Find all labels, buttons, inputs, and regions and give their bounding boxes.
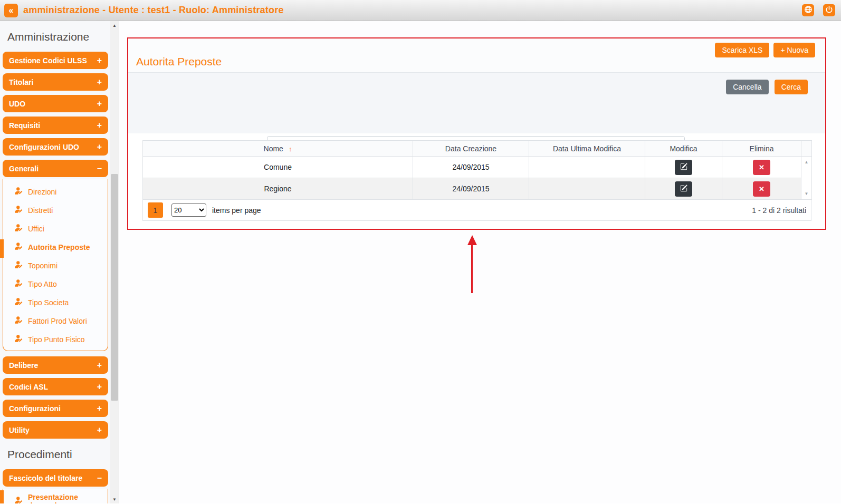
pagination-bar: 1 20 items per page 1 - 2 di 2 risultati bbox=[142, 200, 811, 221]
sidebar-item-generali[interactable]: Generali − bbox=[3, 160, 108, 177]
user-edit-icon bbox=[15, 335, 23, 344]
table-header-row: Nome↑ Data Creazione Data Ultima Modific… bbox=[143, 141, 812, 157]
plus-icon: + bbox=[97, 99, 102, 109]
minus-icon: − bbox=[97, 473, 102, 483]
scroll-down-icon[interactable]: ▼ bbox=[805, 191, 809, 196]
plus-icon: + bbox=[97, 142, 102, 152]
cell-modifica bbox=[645, 157, 722, 178]
cell-modifica bbox=[645, 178, 722, 200]
cell-data-ultima-modifica bbox=[529, 157, 645, 178]
plus-icon: + bbox=[97, 77, 102, 87]
sidebar-item-tipo-atto[interactable]: Tipo Atto bbox=[3, 275, 108, 293]
panel-header: Autorita Preposte Scarica XLS + Nuova bbox=[128, 38, 825, 73]
fascicolo-submenu: Presentazione domande bbox=[3, 489, 108, 503]
user-edit-icon bbox=[15, 497, 23, 503]
scrollbar-thumb[interactable] bbox=[111, 174, 118, 401]
sidebar: Amministrazione Gestione Codici ULSS + T… bbox=[0, 21, 119, 503]
user-edit-icon bbox=[15, 187, 23, 196]
sidebar-item-uffici[interactable]: Uffici bbox=[3, 219, 108, 238]
scroll-up-icon[interactable]: ▲ bbox=[805, 160, 809, 164]
topbar: « amministrazione - Utente : test1 - Ruo… bbox=[0, 0, 841, 21]
user-edit-icon bbox=[15, 316, 23, 325]
plus-icon: + bbox=[97, 382, 102, 392]
sidebar-item-configurazioni[interactable]: Configurazioni + bbox=[3, 400, 108, 417]
sidebar-item-fascicolo-del-titolare[interactable]: Fascicolo del titolare − bbox=[3, 469, 108, 487]
sidebar-item-gestione-codici-ulss[interactable]: Gestione Codici ULSS + bbox=[3, 52, 108, 69]
sidebar-item-autorita-preposte[interactable]: Autorita Preposte bbox=[3, 238, 108, 256]
page-title: amministrazione - Utente : test1 - Ruolo… bbox=[23, 5, 284, 16]
items-per-page-label: items per page bbox=[212, 206, 261, 215]
sidebar-item-utility[interactable]: Utility + bbox=[3, 421, 108, 439]
table-row: Regione 24/09/2015 ✕ bbox=[143, 178, 812, 200]
scrollbar-header-cell bbox=[801, 141, 812, 157]
sidebar-item-toponimi[interactable]: Toponimi bbox=[3, 256, 108, 275]
results-count: 1 - 2 di 2 risultati bbox=[752, 206, 806, 215]
download-xls-button[interactable]: Scarica XLS bbox=[715, 43, 769, 57]
column-header-data-ultima-modifica[interactable]: Data Ultima Modifica bbox=[529, 141, 645, 157]
plus-icon: + bbox=[97, 121, 102, 130]
column-header-data-creazione[interactable]: Data Creazione bbox=[413, 141, 529, 157]
column-header-nome[interactable]: Nome↑ bbox=[143, 141, 413, 157]
globe-icon bbox=[804, 5, 813, 15]
results-table: Nome↑ Data Creazione Data Ultima Modific… bbox=[142, 140, 812, 200]
sidebar-item-presentazione-domande[interactable]: Presentazione domande bbox=[3, 492, 108, 503]
x-icon: ✕ bbox=[759, 185, 764, 193]
cell-elimina: ✕ bbox=[722, 178, 801, 200]
sidebar-item-tipo-punto-fisico[interactable]: Tipo Punto Fisico bbox=[3, 330, 108, 348]
user-edit-icon bbox=[15, 261, 23, 270]
sort-asc-icon: ↑ bbox=[289, 145, 292, 153]
sidebar-item-requisiti[interactable]: Requisiti + bbox=[3, 117, 108, 134]
column-header-elimina: Elimina bbox=[722, 141, 801, 157]
cell-data-creazione: 24/09/2015 bbox=[413, 178, 529, 200]
page-size-select[interactable]: 20 bbox=[171, 203, 206, 217]
sidebar-collapse-button[interactable]: « bbox=[4, 4, 18, 17]
active-item-indicator bbox=[0, 490, 4, 503]
language-button[interactable] bbox=[802, 4, 814, 16]
edit-button[interactable] bbox=[675, 160, 692, 175]
logout-button[interactable] bbox=[823, 4, 835, 16]
autorita-preposte-panel: Autorita Preposte Scarica XLS + Nuova Ca… bbox=[128, 38, 825, 229]
new-button[interactable]: + Nuova bbox=[773, 43, 815, 57]
pencil-square-icon bbox=[680, 163, 687, 172]
cell-elimina: ✕ bbox=[722, 157, 801, 178]
x-icon: ✕ bbox=[759, 163, 764, 171]
sidebar-item-titolari[interactable]: Titolari + bbox=[3, 73, 108, 91]
user-edit-icon bbox=[15, 206, 23, 215]
active-item-indicator bbox=[0, 239, 4, 258]
search-button[interactable]: Cerca bbox=[775, 80, 808, 94]
sidebar-section-title: Procedimenti bbox=[7, 448, 111, 461]
user-edit-icon bbox=[15, 224, 23, 233]
plus-icon: + bbox=[97, 361, 102, 370]
cell-nome: Comune bbox=[143, 157, 413, 178]
search-section: Cancella Cerca NOME bbox=[128, 73, 825, 133]
user-edit-icon bbox=[15, 279, 23, 288]
sidebar-item-configurazioni-udo[interactable]: Configurazioni UDO + bbox=[3, 138, 108, 156]
grid-scrollbar[interactable]: ▲ ▼ bbox=[801, 157, 812, 200]
edit-button[interactable] bbox=[675, 181, 692, 197]
cell-data-creazione: 24/09/2015 bbox=[413, 157, 529, 178]
delete-button[interactable]: ✕ bbox=[753, 160, 770, 175]
sidebar-item-direzioni[interactable]: Direzioni bbox=[3, 182, 108, 201]
delete-button[interactable]: ✕ bbox=[753, 181, 770, 197]
sidebar-item-distretti[interactable]: Distretti bbox=[3, 201, 108, 219]
sidebar-item-fattori-prod-valori[interactable]: Fattori Prod Valori bbox=[3, 312, 108, 330]
sidebar-item-tipo-societa[interactable]: Tipo Societa bbox=[3, 293, 108, 312]
sidebar-section-title: Amministrazione bbox=[7, 31, 111, 43]
table-row: Comune 24/09/2015 ✕ bbox=[143, 157, 812, 178]
results-grid: Nome↑ Data Creazione Data Ultima Modific… bbox=[142, 140, 811, 221]
scroll-up-icon[interactable]: ▲ bbox=[110, 21, 119, 30]
generali-submenu: Direzioni Distretti Uffici Autorita Prep… bbox=[3, 179, 108, 351]
user-edit-icon bbox=[15, 298, 23, 307]
sidebar-scrollbar[interactable]: ▲ ▼ bbox=[110, 21, 119, 503]
user-edit-icon bbox=[15, 243, 23, 251]
scroll-down-icon[interactable]: ▼ bbox=[110, 495, 119, 503]
arrow-line bbox=[471, 244, 473, 293]
sidebar-item-delibere[interactable]: Delibere + bbox=[3, 356, 108, 374]
page-1-button[interactable]: 1 bbox=[148, 202, 163, 218]
panel-title: Autorita Preposte bbox=[136, 55, 222, 68]
clear-button[interactable]: Cancella bbox=[726, 80, 768, 94]
minus-icon: − bbox=[97, 164, 102, 173]
sidebar-item-codici-asl[interactable]: Codici ASL + bbox=[3, 378, 108, 395]
cell-nome: Regione bbox=[143, 178, 413, 200]
sidebar-item-udo[interactable]: UDO + bbox=[3, 95, 108, 112]
